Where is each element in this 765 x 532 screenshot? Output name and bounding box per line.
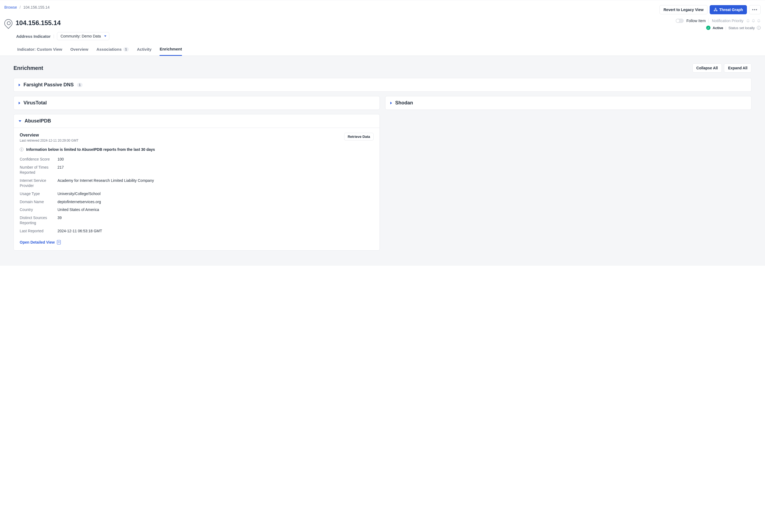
- panel-abuseipdb-title: AbuseIPDB: [25, 118, 51, 124]
- community-select-value: Community: Demo Data: [60, 34, 101, 38]
- kv-isp: Internet Service Provider Academy for In…: [20, 177, 374, 190]
- panel-shodan: Shodan: [385, 96, 751, 110]
- expand-all-button[interactable]: Expand All: [724, 63, 751, 73]
- chevron-right-icon: [390, 102, 392, 105]
- kv-country: Country United States of America: [20, 206, 374, 214]
- tab-associations-label: Associations: [96, 47, 122, 52]
- kv-confidence: Confidence Score 100: [20, 155, 374, 163]
- panel-virustotal-header[interactable]: VirusTotal: [14, 96, 380, 110]
- breadcrumb-separator: /: [20, 5, 21, 9]
- panel-shodan-title: Shodan: [395, 100, 413, 106]
- tab-enrichment[interactable]: Enrichment: [160, 47, 182, 56]
- status-note: Status set locally: [728, 26, 755, 30]
- chevron-right-icon: [19, 84, 20, 86]
- bell-icon[interactable]: [751, 19, 755, 23]
- status-label: Active: [713, 26, 723, 30]
- community-select[interactable]: Community: Demo Data: [57, 32, 109, 40]
- panel-virustotal-title: VirusTotal: [23, 100, 47, 106]
- tab-activity[interactable]: Activity: [137, 47, 152, 56]
- abuseipdb-overview-label: Overview: [20, 133, 78, 137]
- page-title: 104.156.155.14: [16, 19, 61, 27]
- kv-reported: Number of Times Reported 217: [20, 163, 374, 177]
- svg-point-0: [715, 8, 716, 9]
- bell-icon[interactable]: [746, 19, 750, 23]
- more-actions-button[interactable]: •••: [749, 5, 761, 14]
- follow-item-toggle[interactable]: [676, 19, 684, 23]
- open-detailed-view-label: Open Detailed View: [20, 240, 55, 244]
- svg-point-1: [714, 10, 715, 11]
- collapse-all-button[interactable]: Collapse All: [692, 63, 722, 73]
- info-icon[interactable]: i: [757, 26, 761, 30]
- bell-icon[interactable]: [757, 19, 761, 23]
- abuseipdb-retrieved: Last retrieved 2024-12-11 20:29:00 GMT: [20, 139, 78, 142]
- panel-farsight-header[interactable]: Farsight Passive DNS 1: [14, 78, 751, 92]
- chevron-right-icon: [19, 102, 20, 105]
- threat-graph-label: Threat Graph: [719, 8, 743, 12]
- chevron-down-icon: [19, 120, 21, 122]
- kv-distinct: Distinct Sources Reporting 39: [20, 214, 374, 227]
- panel-farsight: Farsight Passive DNS 1: [14, 78, 751, 92]
- kv-domain: Domain Name deptofinternetservices.org: [20, 198, 374, 206]
- ellipsis-icon: •••: [752, 8, 758, 12]
- tab-overview[interactable]: Overview: [70, 47, 88, 56]
- threat-graph-button[interactable]: Threat Graph: [710, 5, 747, 14]
- tab-custom-view[interactable]: Indicator: Custom View: [17, 47, 62, 56]
- document-icon: [57, 240, 61, 244]
- tab-associations[interactable]: Associations 1: [96, 47, 129, 56]
- svg-point-2: [716, 10, 717, 11]
- abuseipdb-notice: i Information below is limited to AbuseI…: [20, 147, 374, 151]
- graph-icon: [714, 8, 717, 12]
- tabs: Indicator: Custom View Overview Associat…: [0, 40, 765, 56]
- location-pin-icon: [3, 18, 14, 29]
- panel-farsight-title: Farsight Passive DNS: [23, 82, 74, 88]
- follow-item-label: Follow Item: [686, 19, 706, 23]
- svg-line-4: [716, 9, 717, 10]
- breadcrumb-current: 104.156.155.14: [23, 5, 49, 9]
- revert-legacy-button[interactable]: Revert to Legacy View: [659, 5, 707, 14]
- panel-farsight-count: 1: [77, 83, 83, 87]
- kv-last-reported: Last Reported 2024-12-11 06:53:18 GMT: [20, 227, 374, 235]
- abuseipdb-notice-text: Information below is limited to AbuseIPD…: [26, 147, 155, 151]
- open-detailed-view-link[interactable]: Open Detailed View: [20, 240, 61, 244]
- associations-count-badge: 1: [123, 47, 129, 52]
- kv-usage: Usage Type University/College/School: [20, 190, 374, 198]
- breadcrumb: Browse / 104.156.155.14: [4, 5, 50, 9]
- svg-line-3: [715, 9, 716, 10]
- notification-priority-label: Notification Priority: [708, 19, 743, 23]
- content-heading: Enrichment: [14, 65, 43, 71]
- status-check-icon: ✓: [706, 26, 710, 30]
- retrieve-data-button[interactable]: Retrieve Data: [344, 133, 374, 140]
- panel-abuseipdb: AbuseIPDB Overview Last retrieved 2024-1…: [14, 114, 380, 251]
- panel-virustotal: VirusTotal: [14, 96, 380, 110]
- panel-shodan-header[interactable]: Shodan: [385, 96, 751, 110]
- chevron-down-icon: [104, 36, 106, 37]
- breadcrumb-root-link[interactable]: Browse: [4, 5, 17, 9]
- indicator-type-label: Address Indicator: [16, 34, 51, 39]
- notification-bells: [746, 19, 761, 23]
- info-icon: i: [20, 147, 23, 151]
- panel-abuseipdb-header[interactable]: AbuseIPDB: [14, 115, 380, 128]
